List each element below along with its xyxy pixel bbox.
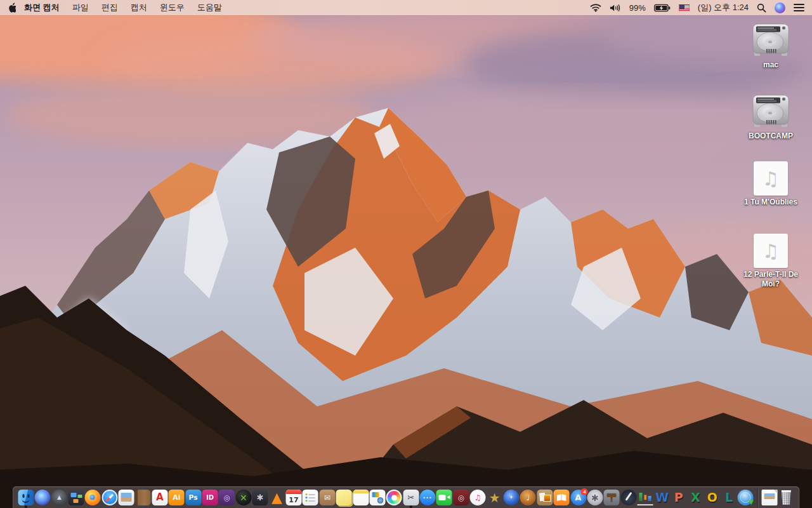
dock-notes-icon[interactable] (352, 487, 369, 508)
desktop-icon-drive-bootcamp[interactable]: BOOTCAMP (733, 93, 809, 141)
dock-firefox-icon[interactable] (84, 487, 101, 508)
menu-clock[interactable]: (일) 오후 1:24 (698, 2, 749, 13)
preview-glyph (119, 490, 134, 505)
audio-file-icon: ♫ (754, 161, 788, 196)
dock-downloader-icon[interactable]: ▼ (737, 487, 754, 508)
dock-scrapbook-pinboard-app-icon[interactable] (537, 487, 553, 508)
dock-acrobat-reader-icon[interactable]: A (152, 487, 168, 508)
desktop-icon-label: 1 Tu M'Oublies (744, 197, 797, 207)
dock-photos-icon[interactable] (386, 487, 402, 508)
contacts-glyph (135, 490, 151, 505)
launchpad-glyph: ▲ (51, 490, 67, 505)
dock-app-store-icon[interactable]: A4 (570, 487, 586, 508)
document-file-glyph (761, 490, 777, 505)
system-preferences-glyph: ✱ (587, 490, 603, 505)
siri-icon[interactable] (775, 3, 785, 13)
desktop-icon-audio-file-2[interactable]: ♫ 12 Parle-T-Il De Moi? (733, 234, 809, 289)
dock-mission-control-icon[interactable] (68, 487, 84, 508)
keynote-classic-glyph (604, 490, 620, 505)
dock-pages-classic-icon[interactable] (620, 487, 637, 508)
dock-disc-fan-app-icon[interactable]: ✱ (252, 487, 268, 508)
reminders-glyph (303, 490, 318, 505)
menu-item-3[interactable]: 윈도우 (160, 2, 185, 13)
wifi-icon[interactable] (590, 4, 601, 12)
siri-glyph (35, 490, 51, 505)
dock-system-preferences-icon[interactable]: ✱ (587, 487, 603, 508)
archive-box-app-glyph: ✉ (319, 490, 335, 505)
dock-messages-icon[interactable]: ••• (419, 487, 436, 508)
dock-facetime-icon[interactable] (436, 487, 452, 508)
dock-illustrator-icon[interactable]: Ai (168, 487, 185, 508)
garageband-glyph: ♩ (520, 490, 536, 505)
desktop-icon-label: BOOTCAMP (749, 131, 793, 141)
dock-ms-outlook-icon[interactable]: O (704, 487, 721, 508)
desktop-icon-label: 12 Parle-T-Il De Moi? (735, 270, 806, 289)
dock-finder-icon[interactable] (18, 487, 34, 508)
documents-seal-app-glyph (369, 490, 385, 505)
finder-glyph (18, 490, 34, 505)
dock-photoshop-icon[interactable]: Ps (185, 487, 201, 508)
dock-ms-word-icon[interactable]: W (653, 487, 670, 508)
dock-trash-full-icon[interactable] (778, 487, 794, 508)
mission-control-glyph (68, 490, 84, 505)
dock-green-x-app-icon[interactable]: ✕ (235, 487, 252, 508)
menu-item-2[interactable]: 캡처 (131, 2, 147, 13)
audio-file-icon: ♫ (754, 234, 788, 268)
dock-idvd-icon[interactable]: ✦ (503, 487, 520, 508)
dock-calendar-icon[interactable]: 17 (285, 487, 302, 508)
safari-glyph (102, 490, 117, 505)
hard-drive-icon (751, 93, 790, 130)
acrobat-reader-glyph: A (152, 490, 167, 505)
dock-archive-box-app-icon[interactable]: ✉ (319, 487, 336, 508)
dock-ms-lync-icon[interactable]: L (721, 487, 737, 508)
apple-menu[interactable] (0, 3, 23, 13)
dock-keynote-classic-icon[interactable] (603, 487, 620, 508)
menu-item-1[interactable]: 편집 (102, 2, 118, 13)
dock-reminders-icon[interactable] (302, 487, 318, 508)
desktop-icon-audio-file-1[interactable]: ♫ 1 Tu M'Oublies (733, 161, 809, 207)
dock-imovie-icon[interactable]: ★ (486, 487, 502, 508)
dock-siri-icon[interactable] (34, 487, 51, 508)
dock-separator (757, 488, 758, 507)
desktop-icon-drive-mac[interactable]: mac (733, 22, 809, 70)
vlc-glyph: ▲ (269, 490, 285, 505)
menu-item-4[interactable]: 도움말 (197, 2, 222, 13)
dock-contacts-icon[interactable] (134, 487, 151, 508)
dock-ms-powerpoint-icon[interactable]: P (671, 487, 687, 508)
hard-drive-icon (751, 22, 790, 58)
dock-document-file-icon[interactable] (761, 487, 778, 508)
menu-item-0[interactable]: 파일 (72, 2, 89, 13)
dock-documents-seal-app-icon[interactable] (369, 487, 386, 508)
active-app-menu[interactable]: 화면 캡처 (24, 2, 60, 13)
imovie-glyph: ★ (487, 490, 502, 505)
battery-charging-icon[interactable] (654, 4, 671, 12)
messages-glyph: ••• (420, 490, 436, 505)
indesign-glyph: ID (202, 490, 218, 505)
us-flag-input-source-icon[interactable] (679, 4, 690, 11)
dock-garageband-icon[interactable]: ♩ (520, 487, 536, 508)
notes-glyph (353, 490, 369, 505)
itunes-glyph: ♫ (470, 490, 486, 505)
dock-indesign-icon[interactable]: ID (202, 487, 218, 508)
dock-stickies-icon[interactable] (336, 487, 352, 508)
notification-center-icon[interactable] (794, 4, 804, 11)
dock-toast-icon[interactable]: ◎ (218, 487, 235, 508)
dock-ibooks-icon[interactable] (553, 487, 570, 508)
dock-vlc-icon[interactable]: ▲ (268, 487, 285, 508)
desktop-icon-label: mac (763, 60, 778, 70)
disc-fan-app-glyph: ✱ (252, 490, 268, 505)
dock-preview-icon[interactable] (118, 487, 134, 508)
dock-itunes-icon[interactable]: ♫ (469, 487, 486, 508)
dock-numbers-classic-icon[interactable]: ▮ (637, 487, 653, 508)
stickies-glyph (336, 490, 352, 505)
dock-photo-booth-icon[interactable]: ◎ (453, 487, 469, 508)
ms-excel-glyph: X (688, 490, 704, 505)
menu-bar: 화면 캡처 파일편집캡처윈도우도움말 99% (0, 0, 812, 15)
dock-grab-screen-capture-icon[interactable]: ✂ (403, 487, 419, 508)
ms-outlook-glyph: O (704, 490, 720, 505)
dock-ms-excel-icon[interactable]: X (687, 487, 704, 508)
dock-launchpad-icon[interactable]: ▲ (51, 487, 67, 508)
dock-safari-icon[interactable] (101, 487, 117, 508)
volume-icon[interactable] (610, 4, 621, 12)
spotlight-search-icon[interactable] (757, 3, 766, 13)
